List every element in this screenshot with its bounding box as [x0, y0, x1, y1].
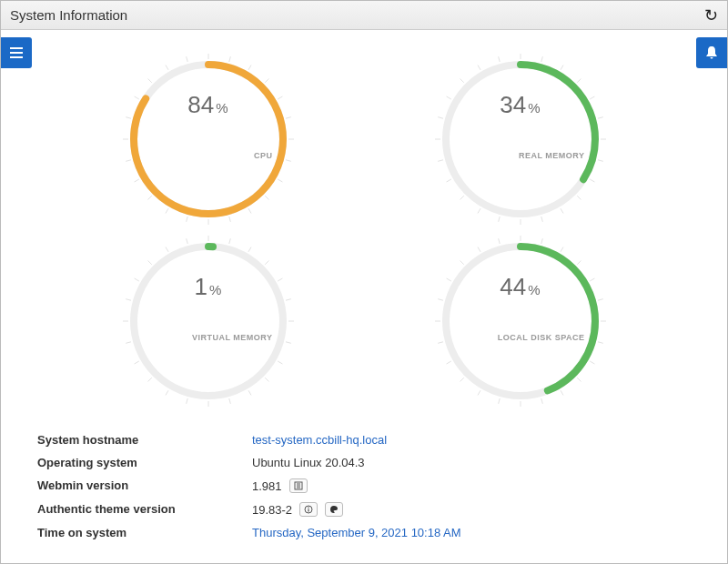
- svg-line-102: [460, 261, 463, 265]
- svg-line-12: [265, 196, 268, 199]
- svg-line-91: [561, 390, 563, 395]
- svg-line-65: [248, 390, 251, 395]
- svg-line-90: [577, 378, 581, 381]
- svg-line-104: [498, 238, 500, 244]
- svg-line-88: [598, 342, 603, 344]
- svg-line-72: [126, 342, 131, 344]
- svg-line-62: [286, 342, 291, 344]
- svg-line-25: [166, 65, 168, 70]
- gauge-local-disk: 44% LOCAL DISK SPACE: [425, 235, 616, 408]
- svg-line-18: [147, 196, 151, 199]
- svg-line-43: [478, 208, 480, 213]
- time-value[interactable]: Thursday, September 9, 2021 10:18 AM: [252, 526, 461, 539]
- webmin-label: Webmin version: [34, 478, 252, 493]
- svg-point-79: [134, 247, 283, 396]
- svg-line-71: [134, 361, 138, 364]
- svg-line-82: [541, 238, 542, 244]
- svg-line-39: [561, 208, 563, 213]
- svg-line-96: [460, 378, 463, 381]
- svg-line-24: [147, 79, 151, 83]
- content: 84% CPU 34% REAL MEMORY 1% VIRTUAL MEMOR…: [17, 30, 711, 563]
- svg-line-56: [228, 238, 230, 244]
- svg-line-51: [478, 65, 480, 70]
- gauge-cpu: 84% CPU: [113, 53, 304, 226]
- svg-line-44: [460, 196, 463, 199]
- svg-rect-113: [308, 509, 308, 512]
- gauges-grid: 84% CPU 34% REAL MEMORY 1% VIRTUAL MEMOR…: [34, 39, 694, 421]
- svg-line-76: [147, 261, 151, 265]
- gauge-virtual-memory: 1% VIRTUAL MEMORY: [113, 235, 304, 408]
- time-label: Time on system: [34, 526, 252, 539]
- svg-line-70: [147, 378, 151, 381]
- svg-line-84: [577, 261, 581, 265]
- svg-line-63: [278, 361, 282, 364]
- info-table: System hostname test-system.ccbill-hq.lo…: [34, 428, 694, 544]
- hostname-value[interactable]: test-system.ccbill-hq.local: [252, 433, 387, 447]
- svg-rect-2: [10, 56, 23, 58]
- svg-line-50: [460, 79, 463, 83]
- svg-line-32: [577, 79, 581, 83]
- os-label: Operating system: [34, 456, 252, 469]
- theme-label: Authentic theme version: [34, 502, 252, 517]
- svg-point-112: [308, 507, 308, 508]
- svg-line-26: [186, 56, 187, 62]
- menu-button[interactable]: [1, 37, 32, 68]
- gauge-real-memory: 34% REAL MEMORY: [425, 53, 616, 226]
- titlebar: System Information ↻: [1, 1, 727, 30]
- theme-version-text: 19.83-2: [252, 503, 292, 517]
- svg-line-13: [248, 208, 251, 213]
- svg-line-66: [228, 398, 230, 404]
- svg-line-4: [228, 56, 230, 62]
- svg-line-89: [590, 361, 594, 364]
- svg-rect-0: [10, 47, 23, 49]
- refresh-icon[interactable]: ↻: [704, 5, 718, 25]
- row-theme: Authentic theme version 19.83-2: [34, 498, 694, 521]
- svg-line-46: [438, 160, 443, 162]
- svg-line-31: [561, 65, 563, 70]
- svg-line-11: [278, 179, 282, 182]
- svg-line-103: [478, 247, 480, 252]
- svg-line-83: [561, 247, 563, 252]
- theme-value: 19.83-2: [252, 502, 343, 517]
- svg-line-10: [286, 160, 291, 162]
- svg-line-17: [166, 208, 168, 213]
- svg-line-38: [577, 196, 581, 199]
- svg-line-68: [186, 398, 187, 404]
- page-title: System Information: [10, 7, 127, 23]
- bell-icon: [703, 45, 720, 61]
- svg-line-92: [541, 398, 542, 404]
- svg-line-6: [265, 79, 268, 83]
- svg-line-77: [166, 247, 168, 252]
- svg-line-58: [265, 261, 268, 265]
- webmin-version-text: 1.981: [252, 479, 282, 493]
- svg-line-20: [126, 160, 131, 162]
- svg-line-16: [186, 217, 187, 222]
- svg-line-98: [438, 342, 443, 344]
- svg-line-78: [186, 238, 187, 244]
- svg-line-69: [166, 390, 168, 395]
- notifications-button[interactable]: [696, 37, 727, 68]
- svg-line-57: [248, 247, 251, 252]
- svg-line-95: [478, 390, 480, 395]
- row-time: Time on system Thursday, September 9, 20…: [34, 521, 694, 544]
- svg-line-5: [248, 65, 251, 70]
- os-value: Ubuntu Linux 20.04.3: [252, 456, 365, 469]
- row-os: Operating system Ubuntu Linux 20.04.3: [34, 451, 694, 474]
- window: System Information ↻ 84% CPU: [0, 0, 728, 564]
- palette-icon[interactable]: [325, 502, 343, 517]
- svg-line-94: [498, 398, 500, 404]
- row-webmin: Webmin version 1.981: [34, 474, 694, 498]
- svg-line-36: [598, 160, 603, 162]
- info-icon[interactable]: [299, 502, 318, 517]
- svg-line-14: [228, 217, 230, 222]
- svg-line-40: [541, 217, 542, 222]
- svg-line-30: [541, 56, 542, 62]
- svg-line-37: [590, 179, 594, 182]
- svg-line-19: [134, 179, 138, 182]
- hostname-label: System hostname: [34, 433, 252, 447]
- menu-icon: [8, 45, 25, 61]
- svg-line-97: [446, 361, 450, 364]
- svg-line-52: [498, 56, 500, 62]
- changelog-icon[interactable]: [289, 478, 308, 493]
- svg-rect-1: [10, 52, 23, 54]
